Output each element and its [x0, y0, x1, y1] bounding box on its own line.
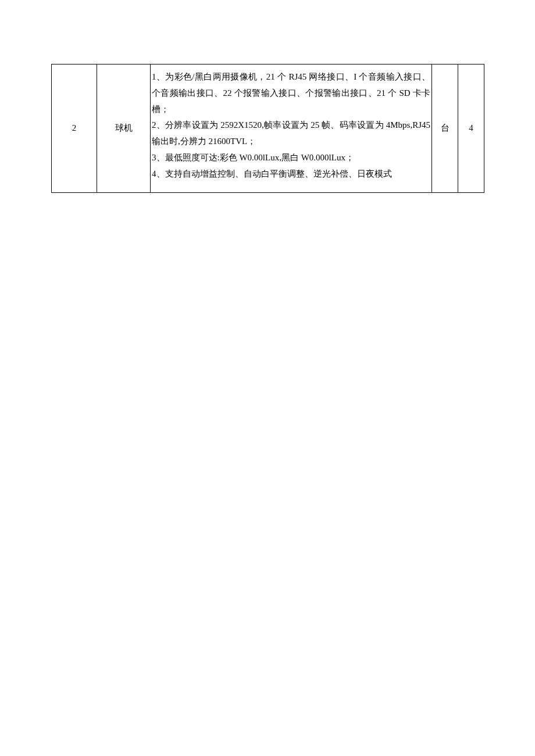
desc-line: 3、最低照度可达:彩色 W0.00lLux,黑白 W0.000lLux；	[152, 150, 430, 166]
cell-description: 1、为彩色/黑白两用摄像机，21 个 RJ45 网络接口、I 个音频输入接口、个…	[151, 65, 432, 193]
cell-name: 球机	[97, 65, 151, 193]
desc-line: 4、支持自动增益控制、自动白平衡调整、逆光补偿、日夜模式	[152, 166, 430, 182]
cell-unit: 台	[432, 65, 458, 193]
desc-line: 2、分辨率设置为 2592X1520,帧率设置为 25 帧、码率设置为 4Mbp…	[152, 117, 430, 150]
cell-number: 2	[52, 65, 97, 193]
table-row: 2 球机 1、为彩色/黑白两用摄像机，21 个 RJ45 网络接口、I 个音频输…	[52, 65, 484, 193]
cell-quantity: 4	[458, 65, 484, 193]
spec-table: 2 球机 1、为彩色/黑白两用摄像机，21 个 RJ45 网络接口、I 个音频输…	[51, 64, 484, 193]
desc-line: 1、为彩色/黑白两用摄像机，21 个 RJ45 网络接口、I 个音频输入接口、个…	[152, 69, 430, 117]
